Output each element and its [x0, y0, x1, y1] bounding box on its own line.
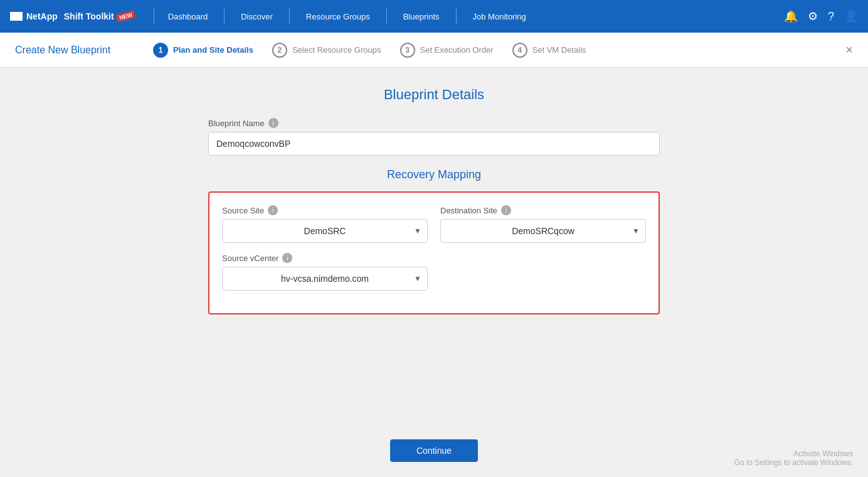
- nav-resource-groups[interactable]: Resource Groups: [299, 9, 378, 24]
- nav-divider-1: [154, 9, 154, 24]
- source-vcenter-select-wrapper: hv-vcsa.nimdemo.com ▼: [222, 267, 428, 291]
- close-wizard-button[interactable]: ×: [845, 43, 853, 57]
- wizard-page-title: Create New Blueprint: [15, 45, 128, 56]
- continue-button[interactable]: Continue: [390, 439, 478, 462]
- source-site-col: Source Site i DemoSRC ▼: [222, 205, 428, 243]
- step-2-circle: 2: [272, 43, 287, 58]
- step-4-label: Set VM Details: [532, 45, 586, 55]
- source-site-label: Source Site i: [222, 205, 428, 215]
- nav-icon-group: 🔔 ⚙ ? 👤: [784, 9, 858, 23]
- main-content: Blueprint Details Blueprint Name i Recov…: [0, 68, 868, 477]
- vcenter-row: Source vCenter i hv-vcsa.nimdemo.com ▼: [222, 253, 646, 291]
- destination-site-col: Destination Site i DemoSRCqcow ▼: [440, 205, 646, 243]
- nav-links: Dashboard Discover Resource Groups Bluep…: [161, 9, 784, 24]
- destination-site-select[interactable]: DemoSRCqcow: [440, 219, 646, 243]
- step-3-label: Set Execution Order: [420, 45, 494, 55]
- blueprint-name-info-icon[interactable]: i: [268, 118, 278, 128]
- step-1-circle: 1: [153, 43, 168, 58]
- source-site-select-wrapper: DemoSRC ▼: [222, 219, 428, 243]
- nav-divider-2: [224, 9, 225, 24]
- shift-toolkit-label: Shift Toolkit NEW: [64, 11, 135, 21]
- help-icon[interactable]: ?: [828, 10, 834, 23]
- blueprint-name-input[interactable]: [208, 132, 660, 156]
- source-site-select[interactable]: DemoSRC: [222, 219, 428, 243]
- step-3-circle: 3: [400, 43, 415, 58]
- step-2-label: Select Resource Groups: [292, 45, 381, 55]
- user-icon[interactable]: 👤: [844, 9, 858, 23]
- blueprint-details-title: Blueprint Details: [208, 87, 660, 103]
- wizard-step-2[interactable]: 2 Select Resource Groups: [272, 43, 381, 58]
- netapp-logo: NetApp: [10, 11, 58, 21]
- wizard-step-3[interactable]: 3 Set Execution Order: [400, 43, 494, 58]
- destination-site-info-icon[interactable]: i: [501, 205, 511, 215]
- gear-icon[interactable]: ⚙: [808, 9, 818, 23]
- source-site-info-icon[interactable]: i: [268, 205, 278, 215]
- recovery-mapping-box: Source Site i DemoSRC ▼ Destination Site: [208, 191, 660, 314]
- continue-button-area: Continue: [390, 439, 478, 462]
- source-vcenter-label: Source vCenter i: [222, 253, 428, 263]
- netapp-logo-icon: [10, 12, 23, 21]
- blueprint-name-field: Blueprint Name i: [208, 118, 660, 156]
- form-container: Blueprint Details Blueprint Name i Recov…: [208, 87, 660, 314]
- nav-divider-5: [456, 9, 457, 24]
- activate-windows-line1: Activate Windows: [734, 449, 853, 458]
- activate-windows-watermark: Activate Windows Go to Settings to activ…: [734, 449, 853, 467]
- nav-blueprints[interactable]: Blueprints: [396, 9, 447, 24]
- source-vcenter-select[interactable]: hv-vcsa.nimdemo.com: [222, 267, 428, 291]
- activate-windows-line2: Go to Settings to activate Windows.: [734, 458, 853, 467]
- step-1-label: Plan and Site Details: [173, 45, 253, 55]
- destination-site-select-wrapper: DemoSRCqcow ▼: [440, 219, 646, 243]
- toolkit-badge: NEW: [116, 10, 135, 22]
- wizard-steps: 1 Plan and Site Details 2 Select Resourc…: [153, 43, 845, 58]
- top-navigation: NetApp Shift Toolkit NEW Dashboard Disco…: [0, 0, 868, 33]
- step-4-circle: 4: [512, 43, 527, 58]
- bell-icon[interactable]: 🔔: [784, 9, 798, 23]
- netapp-logo-text: NetApp: [26, 11, 58, 21]
- destination-site-label: Destination Site i: [440, 205, 646, 215]
- nav-divider-3: [289, 9, 290, 24]
- source-vcenter-col: Source vCenter i hv-vcsa.nimdemo.com ▼: [222, 253, 428, 291]
- wizard-step-4[interactable]: 4 Set VM Details: [512, 43, 586, 58]
- recovery-mapping-title: Recovery Mapping: [208, 168, 660, 181]
- nav-divider-4: [386, 9, 387, 24]
- site-mapping-row: Source Site i DemoSRC ▼ Destination Site: [222, 205, 646, 243]
- blueprint-name-label: Blueprint Name i: [208, 118, 660, 128]
- nav-dashboard[interactable]: Dashboard: [161, 9, 216, 24]
- nav-job-monitoring[interactable]: Job Monitoring: [465, 9, 534, 24]
- empty-col: [440, 253, 646, 291]
- wizard-header: Create New Blueprint 1 Plan and Site Det…: [0, 33, 868, 68]
- source-vcenter-info-icon[interactable]: i: [282, 253, 292, 263]
- wizard-step-1[interactable]: 1 Plan and Site Details: [153, 43, 253, 58]
- nav-discover[interactable]: Discover: [233, 9, 280, 24]
